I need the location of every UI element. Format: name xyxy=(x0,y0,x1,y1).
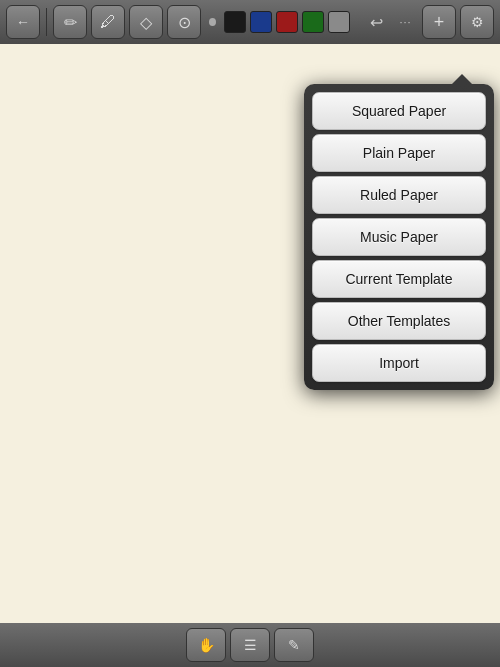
eraser-icon: ◇ xyxy=(140,13,152,32)
menu-item-current-template[interactable]: Current Template xyxy=(312,260,486,298)
lasso-icon: ⊙ xyxy=(178,13,191,32)
edit-button[interactable]: ✎ xyxy=(274,628,314,662)
menu-item-plain-paper[interactable]: Plain Paper xyxy=(312,134,486,172)
pencil-tool-button[interactable]: ✏ xyxy=(53,5,87,39)
settings-button[interactable]: ⚙ xyxy=(460,5,494,39)
color-gray[interactable] xyxy=(328,11,350,33)
canvas-area[interactable]: Squared Paper Plain Paper Ruled Paper Mu… xyxy=(0,44,500,623)
menu-item-music-paper[interactable]: Music Paper xyxy=(312,218,486,256)
add-icon: + xyxy=(434,12,445,33)
eraser-tool-button[interactable]: ◇ xyxy=(129,5,163,39)
add-button[interactable]: + xyxy=(422,5,456,39)
back-button[interactable]: ← xyxy=(6,5,40,39)
bottom-toolbar: ✋ ☰ ✎ xyxy=(0,623,500,667)
back-icon: ← xyxy=(16,14,30,30)
dropdown-menu: Squared Paper Plain Paper Ruled Paper Mu… xyxy=(304,84,494,390)
menu-item-import[interactable]: Import xyxy=(312,344,486,382)
pen-icon: 🖊 xyxy=(100,13,116,31)
color-red[interactable] xyxy=(276,11,298,33)
more-icon: ··· xyxy=(399,16,411,28)
menu-item-squared-paper[interactable]: Squared Paper xyxy=(312,92,486,130)
hand-tool-button[interactable]: ✋ xyxy=(186,628,226,662)
pen-tool-button[interactable]: 🖊 xyxy=(91,5,125,39)
toolbar-separator-1 xyxy=(46,8,47,36)
menu-item-ruled-paper[interactable]: Ruled Paper xyxy=(312,176,486,214)
undo-icon: ↩ xyxy=(370,13,383,32)
dot-indicator xyxy=(209,18,216,26)
settings-icon: ⚙ xyxy=(471,14,484,30)
pencil-icon: ✏ xyxy=(64,13,77,32)
color-black[interactable] xyxy=(224,11,246,33)
edit-icon: ✎ xyxy=(288,637,300,653)
more-button[interactable]: ··· xyxy=(393,8,418,36)
top-toolbar: ← ✏ 🖊 ◇ ⊙ ↩ ··· + ⚙ xyxy=(0,0,500,44)
menu-item-other-templates[interactable]: Other Templates xyxy=(312,302,486,340)
list-button[interactable]: ☰ xyxy=(230,628,270,662)
undo-button[interactable]: ↩ xyxy=(364,8,389,36)
list-icon: ☰ xyxy=(244,637,257,653)
color-blue[interactable] xyxy=(250,11,272,33)
color-green[interactable] xyxy=(302,11,324,33)
lasso-tool-button[interactable]: ⊙ xyxy=(167,5,201,39)
hand-icon: ✋ xyxy=(198,637,215,653)
